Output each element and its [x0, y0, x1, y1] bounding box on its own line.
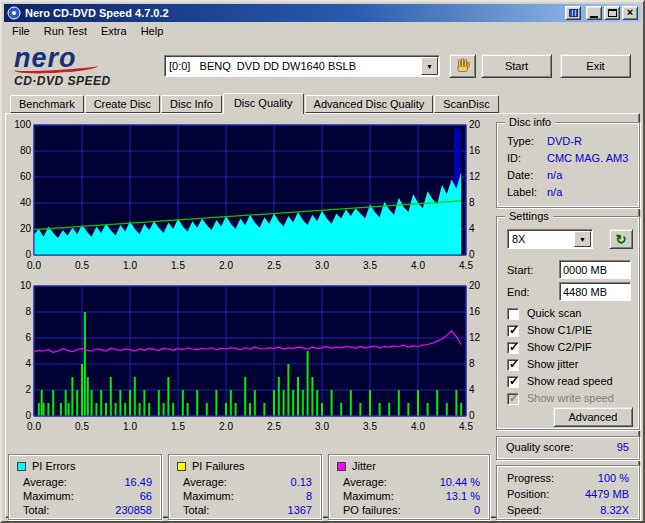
svg-text:0: 0: [469, 410, 475, 421]
menu-extra[interactable]: Extra: [94, 24, 134, 38]
jitter-legend-swatch: [337, 462, 346, 471]
pi-failures-chart: 02468100481216200.00.51.01.52.02.53.03.5…: [8, 280, 492, 438]
checkbox-box[interactable]: [507, 393, 519, 405]
chevron-down-icon[interactable]: ▼: [421, 57, 438, 75]
end-position-label: End:: [507, 286, 530, 298]
menu-run-test[interactable]: Run Test: [37, 24, 94, 38]
disc-date-value: n/a: [547, 169, 562, 181]
start-position-label: Start:: [507, 264, 533, 276]
svg-text:60: 60: [20, 171, 32, 182]
close-button[interactable]: ×: [622, 6, 638, 20]
svg-text:20: 20: [20, 223, 32, 234]
maximize-button[interactable]: [604, 6, 620, 20]
stat-value: 8: [306, 490, 312, 502]
hand-icon: [454, 57, 472, 75]
end-position-input[interactable]: [559, 282, 631, 301]
svg-text:4: 4: [469, 223, 475, 234]
disc-id-value: CMC MAG. AM3: [547, 152, 628, 164]
refresh-speed-button[interactable]: ↻: [609, 229, 633, 249]
stat-label: Average:: [343, 476, 387, 488]
svg-text:8: 8: [469, 358, 475, 369]
nero-logo-product: CD·DVD SPEED: [14, 74, 164, 88]
stat-value: 1367: [288, 504, 312, 516]
progress-panel: Progress:100 % Position:4479 MB Speed:8.…: [496, 465, 640, 520]
stat-label: Average:: [183, 476, 227, 488]
svg-text:1.0: 1.0: [123, 421, 137, 432]
checkbox-box[interactable]: [507, 376, 519, 388]
checkbox-box[interactable]: [507, 308, 519, 320]
disc-type-label: Type:: [507, 135, 534, 147]
svg-text:1.5: 1.5: [171, 421, 185, 432]
advanced-button[interactable]: Advanced: [553, 407, 633, 427]
checkbox-label: Show read speed: [527, 375, 613, 387]
menu-help[interactable]: Help: [134, 24, 171, 38]
tab-benchmark[interactable]: Benchmark: [10, 95, 84, 113]
quality-score-label: Quality score:: [506, 441, 573, 453]
svg-text:8: 8: [25, 306, 31, 317]
tab-disc-info[interactable]: Disc Info: [161, 95, 222, 113]
drive-select-value: [0:0] BENQ DVD DD DW1640 BSLB: [165, 60, 420, 72]
svg-text:2.5: 2.5: [267, 260, 281, 271]
drive-select[interactable]: [0:0] BENQ DVD DD DW1640 BSLB ▼: [164, 55, 440, 77]
checkbox-label: Show C2/PIF: [527, 341, 592, 353]
svg-text:0: 0: [469, 249, 475, 260]
svg-text:20: 20: [469, 280, 481, 291]
svg-text:4.5: 4.5: [459, 421, 473, 432]
window-title: Nero CD-DVD Speed 4.7.0.2: [25, 7, 169, 19]
checkbox-box[interactable]: [507, 325, 519, 337]
svg-text:3.5: 3.5: [363, 421, 377, 432]
titlebar-extra-button[interactable]: [565, 6, 581, 20]
quality-score-panel: Quality score: 95: [496, 436, 640, 460]
svg-text:20: 20: [469, 119, 481, 130]
pi-errors-panel: PI Errors Average:16.49 Maximum:66 Total…: [8, 454, 162, 520]
titlebar-buttons: ×: [565, 6, 638, 20]
minimize-icon: [590, 16, 598, 18]
stat-label: Maximum:: [23, 490, 74, 502]
tab-scandisc[interactable]: ScanDisc: [434, 95, 498, 113]
svg-text:6: 6: [25, 332, 31, 343]
eject-hand-button[interactable]: [449, 54, 476, 78]
exit-button[interactable]: Exit: [560, 54, 631, 78]
progress-value: 100 %: [598, 472, 629, 484]
svg-text:100: 100: [14, 119, 31, 130]
svg-text:0.5: 0.5: [75, 421, 89, 432]
pi-errors-chart: 0204060801000481216200.00.51.01.52.02.53…: [8, 119, 492, 277]
stat-label: Total:: [183, 504, 209, 516]
start-button[interactable]: Start: [481, 54, 552, 78]
tab-disc-quality[interactable]: Disc Quality: [223, 93, 304, 114]
svg-text:12: 12: [469, 332, 481, 343]
minimize-button[interactable]: [586, 6, 602, 20]
tab-advanced-disc-quality[interactable]: Advanced Disc Quality: [305, 95, 434, 113]
position-label: Position:: [507, 488, 549, 500]
titlebar: Nero CD-DVD Speed 4.7.0.2 ×: [4, 4, 641, 22]
speed-select-value: 8X: [508, 233, 573, 245]
maximize-icon: [608, 9, 617, 17]
checkbox-label: Quick scan: [527, 307, 581, 319]
checkbox-box[interactable]: [507, 342, 519, 354]
stat-value: 13.1 %: [446, 490, 480, 502]
svg-text:3.5: 3.5: [363, 260, 377, 271]
pi-failures-legend-label: PI Failures: [192, 460, 245, 472]
menu-file[interactable]: File: [5, 24, 37, 38]
disc-label-value: n/a: [547, 186, 562, 198]
disc-label-label: Label:: [507, 186, 537, 198]
checkbox-label: Show C1/PIE: [527, 324, 592, 336]
speed-select[interactable]: 8X ▼: [507, 229, 593, 249]
svg-text:0.5: 0.5: [75, 260, 89, 271]
start-position-input[interactable]: [559, 260, 631, 279]
tab-create-disc[interactable]: Create Disc: [85, 95, 160, 113]
menubar: File Run Test Extra Help: [4, 22, 641, 40]
svg-text:4.0: 4.0: [411, 260, 425, 271]
svg-text:8: 8: [469, 197, 475, 208]
checkbox-box[interactable]: [507, 359, 519, 371]
checkbox-label: Show write speed: [527, 392, 614, 404]
stat-value: 230858: [115, 504, 152, 516]
nero-logo: nero CD·DVD SPEED: [14, 46, 164, 88]
svg-text:2: 2: [25, 384, 31, 395]
chevron-down-icon[interactable]: ▼: [574, 231, 591, 247]
svg-text:4.5: 4.5: [459, 260, 473, 271]
svg-text:3.0: 3.0: [315, 421, 329, 432]
speed-label: Speed:: [507, 504, 542, 516]
position-value: 4479 MB: [585, 488, 629, 500]
stat-value: 16.49: [124, 476, 152, 488]
